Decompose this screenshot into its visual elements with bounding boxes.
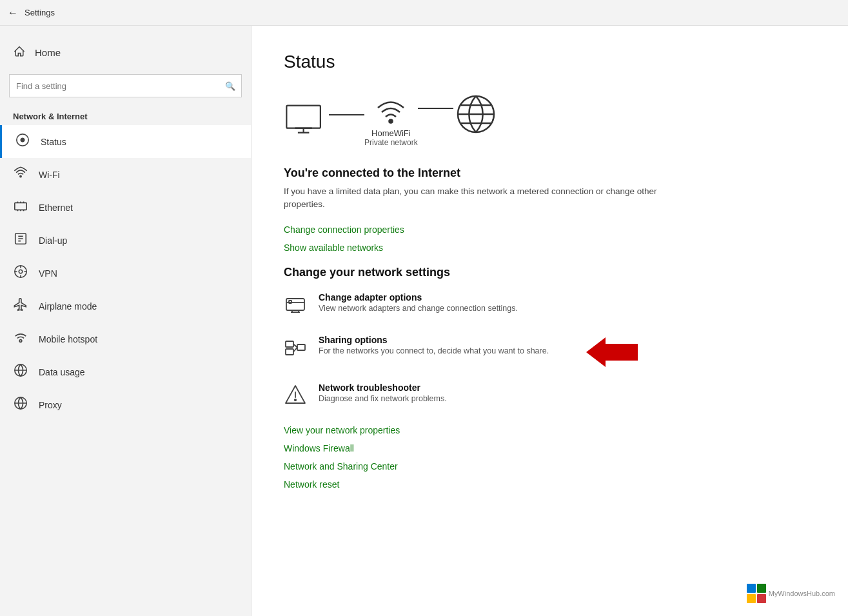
network-reset-link[interactable]: Network reset (284, 479, 816, 490)
warning-icon (284, 384, 307, 410)
wifi-icon (13, 166, 28, 183)
sidebar-airplane-label: Airplane mode (39, 301, 97, 312)
connection-status: You're connected to the Internet (284, 166, 816, 180)
hotspot-icon (13, 330, 28, 348)
sidebar-item-dialup[interactable]: Dial-up (0, 224, 251, 257)
sidebar-section-title: Network & Internet (0, 105, 251, 125)
svg-rect-16 (297, 344, 305, 350)
network-name: HomeWiFi (364, 128, 418, 138)
sidebar-vpn-label: VPN (39, 268, 57, 279)
watermark: MyWindowsHub.com (747, 584, 835, 603)
ethernet-icon (13, 199, 28, 216)
sharing-text: Sharing options For the networks you con… (319, 335, 549, 355)
adapter-title: Change adapter options (319, 292, 518, 303)
adapter-text: Change adapter options View network adap… (319, 292, 518, 313)
svg-rect-15 (286, 349, 293, 355)
network-settings-section-title: Change your network settings (284, 266, 816, 279)
sidebar-item-hotspot[interactable]: Mobile hotspot (0, 323, 251, 355)
sidebar-item-wifi[interactable]: Wi-Fi (0, 158, 251, 191)
vpn-icon (13, 264, 28, 282)
change-properties-link[interactable]: Change connection properties (284, 224, 816, 235)
back-button[interactable]: ← (8, 7, 18, 19)
titlebar: ← Settings (0, 0, 848, 26)
sidebar-item-status[interactable]: Status (0, 125, 251, 158)
svg-rect-3 (15, 203, 26, 210)
tile-yellow (747, 594, 756, 603)
computer-icon (284, 102, 329, 137)
sidebar-item-proxy[interactable]: Proxy (0, 388, 251, 421)
tile-green (757, 584, 766, 593)
datausage-icon (13, 363, 28, 381)
sharing-center-link[interactable]: Network and Sharing Center (284, 461, 816, 472)
sidebar-datausage-label: Data usage (39, 367, 85, 377)
svg-point-10 (389, 120, 393, 123)
svg-point-2 (20, 175, 21, 177)
troubleshooter-text: Network troubleshooter Diagnose and fix … (319, 383, 447, 403)
line-2 (418, 108, 453, 109)
sidebar-proxy-label: Proxy (39, 400, 62, 410)
adapter-icon (284, 293, 307, 319)
home-label: Home (35, 47, 61, 58)
network-diagram: HomeWiFi Private network (284, 92, 816, 147)
search-icon: 🔍 (225, 81, 235, 91)
main-content: Status HomeWiFi (251, 26, 848, 616)
sidebar: Home 🔍 Network & Internet Status (0, 26, 251, 616)
sidebar-item-ethernet[interactable]: Ethernet (0, 191, 251, 224)
svg-point-6 (19, 340, 22, 343)
dialup-icon (13, 232, 28, 249)
watermark-text: MyWindowsHub.com (769, 590, 835, 597)
network-properties-link[interactable]: View your network properties (284, 425, 816, 435)
sidebar-item-datausage[interactable]: Data usage (0, 355, 251, 388)
home-icon (13, 45, 26, 60)
troubleshooter-desc: Diagnose and fix network problems. (319, 394, 447, 403)
network-type: Private network (364, 138, 418, 147)
svg-point-19 (295, 399, 296, 400)
sidebar-hotspot-label: Mobile hotspot (39, 334, 97, 344)
adapter-desc: View network adapters and change connect… (319, 304, 518, 313)
sidebar-item-home[interactable]: Home (0, 39, 251, 66)
troubleshooter-item[interactable]: Network troubleshooter Diagnose and fix … (284, 383, 816, 410)
page-title: Status (284, 52, 816, 72)
status-icon (15, 133, 30, 150)
svg-rect-9 (286, 105, 320, 128)
troubleshooter-title: Network troubleshooter (319, 383, 447, 393)
tile-blue (747, 584, 756, 593)
sharing-options-item[interactable]: Sharing options For the networks you con… (284, 335, 816, 367)
sidebar-item-vpn[interactable]: VPN (0, 257, 251, 290)
sharing-title: Sharing options (319, 335, 549, 345)
line-1 (329, 114, 364, 115)
connection-desc: If you have a limited data plan, you can… (284, 185, 671, 212)
red-arrow-indicator (586, 337, 638, 367)
svg-marker-17 (586, 337, 638, 367)
sidebar-status-label: Status (41, 137, 66, 147)
sidebar-dialup-label: Dial-up (39, 235, 67, 246)
watermark-logo (747, 584, 766, 603)
firewall-link[interactable]: Windows Firewall (284, 443, 816, 453)
sidebar-wifi-label: Wi-Fi (39, 170, 60, 180)
svg-rect-13 (289, 301, 291, 303)
search-input[interactable] (9, 74, 242, 97)
proxy-icon (13, 396, 28, 413)
svg-point-5 (19, 270, 23, 273)
tile-red (757, 594, 766, 603)
change-adapter-item[interactable]: Change adapter options View network adap… (284, 292, 816, 319)
airplane-icon (13, 297, 28, 315)
svg-rect-14 (286, 341, 293, 347)
sharing-icon (284, 336, 307, 362)
app-body: Home 🔍 Network & Internet Status (0, 26, 848, 616)
sidebar-ethernet-label: Ethernet (39, 203, 73, 213)
titlebar-title: Settings (25, 8, 55, 17)
globe-icon (453, 94, 498, 135)
wifi-diagram-icon: HomeWiFi Private network (364, 92, 418, 147)
sharing-desc: For the networks you connect to, decide … (319, 346, 549, 355)
svg-point-1 (21, 138, 25, 142)
sidebar-item-airplane[interactable]: Airplane mode (0, 290, 251, 323)
search-container: 🔍 (9, 74, 242, 97)
show-networks-link[interactable]: Show available networks (284, 243, 816, 253)
